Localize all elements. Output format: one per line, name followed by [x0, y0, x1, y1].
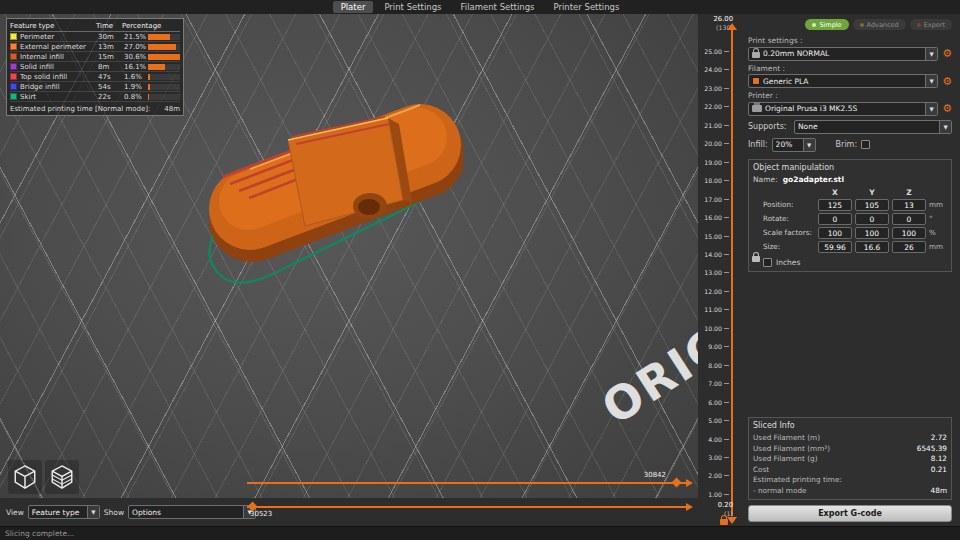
om-value-field[interactable]: 59.96 — [818, 241, 852, 253]
feature-percent-bar — [148, 94, 180, 100]
filament-label: Filament : — [748, 64, 952, 73]
lock-icon — [752, 52, 760, 58]
printer-select[interactable]: Original Prusa i3 MK2.5S ▼ — [748, 102, 938, 116]
layer-tick: 23.00 — [698, 85, 729, 92]
layer-tick: 19.00 — [698, 159, 729, 166]
show-select[interactable]: Options ▼ — [128, 505, 256, 519]
preview-cube-icon[interactable] — [45, 460, 79, 494]
om-value-field[interactable]: 100 — [855, 227, 889, 239]
om-value-field[interactable]: 100 — [892, 227, 926, 239]
layer-tick: 15.00 — [698, 233, 729, 240]
object-manipulation-panel: Object manipulation Name: go2adapter.stl… — [748, 159, 952, 272]
estimated-time-label: Estimated printing time [Normal mode]: — [10, 105, 150, 113]
viewport-3d[interactable]: ORIG — [0, 14, 698, 498]
gear-icon[interactable]: ⚙ — [942, 103, 952, 114]
infill-select[interactable]: 20% ▼ — [772, 138, 816, 152]
mode-dot-icon — [860, 23, 864, 27]
prusaslicer-window: PlaterPrint SettingsFilament SettingsPri… — [0, 0, 960, 540]
sliced-info-value: 6545.39 — [917, 444, 947, 455]
om-value-field[interactable]: 0 — [818, 213, 852, 225]
gcode-move-slider-lower[interactable]: 30523 — [247, 499, 693, 515]
layer-slider-track[interactable] — [731, 30, 733, 516]
sliced-info-row: Estimated printing time: — [753, 475, 947, 486]
om-value-field[interactable]: 125 — [818, 199, 852, 211]
inches-row: Inches — [763, 258, 947, 267]
chevron-down-icon[interactable]: ▼ — [87, 506, 99, 518]
gear-icon[interactable]: ⚙ — [942, 48, 952, 59]
tick-label: 19.00 — [704, 159, 722, 166]
supports-select[interactable]: None ▼ — [794, 120, 952, 134]
tab-plater[interactable]: Plater — [333, 1, 374, 13]
mode-label: Simple — [819, 21, 841, 29]
mode-label: Expert — [924, 21, 945, 29]
om-value-field[interactable]: 105 — [855, 199, 889, 211]
tabs: PlaterPrint SettingsFilament SettingsPri… — [333, 1, 628, 13]
tick-mark — [724, 383, 729, 384]
layer-tick: 10.00 — [698, 325, 729, 332]
print-settings-value: 0.20mm NORMAL — [763, 49, 922, 58]
chevron-down-icon[interactable]: ▼ — [925, 48, 937, 60]
chevron-down-icon[interactable]: ▼ — [939, 121, 951, 133]
gcode-move-slider-upper[interactable]: 30842 — [247, 475, 693, 491]
tick-label: 6.00 — [708, 399, 722, 406]
tick-label: 25.00 — [704, 48, 722, 55]
inches-checkbox[interactable] — [763, 258, 772, 267]
chevron-down-icon[interactable]: ▼ — [925, 75, 937, 87]
om-value-field[interactable]: 0 — [892, 213, 926, 225]
tick-mark — [724, 309, 729, 310]
tab-printer-settings[interactable]: Printer Settings — [546, 1, 628, 13]
supports-value: None — [798, 122, 936, 131]
export-gcode-button[interactable]: Export G-code — [748, 505, 952, 522]
om-value-field[interactable]: 100 — [818, 227, 852, 239]
tick-label: 7.00 — [708, 380, 722, 387]
tick-label: 20.00 — [704, 140, 722, 147]
inches-label: Inches — [776, 258, 800, 267]
slider-arrow-icon — [686, 503, 693, 511]
3d-view-cube-icon[interactable] — [8, 460, 42, 494]
sliced-info-panel: Sliced Info Used Filament (m)2.72Used Fi… — [748, 417, 952, 500]
chevron-down-icon[interactable]: ▼ — [925, 103, 937, 115]
om-value-field[interactable]: 16.6 — [855, 241, 889, 253]
slider-track[interactable] — [247, 506, 686, 508]
om-value-field[interactable]: 0 — [855, 213, 889, 225]
uniform-scale-lock-icon[interactable] — [752, 256, 760, 262]
layer-slider-lower-handle[interactable] — [727, 517, 737, 524]
mode-advanced-button[interactable]: Advanced — [853, 19, 906, 30]
sliced-info-label: Cost — [753, 465, 769, 476]
tick-label: 10.00 — [704, 325, 722, 332]
move-slider-upper-value: 30842 — [644, 471, 666, 479]
view-select[interactable]: Feature type ▼ — [28, 505, 100, 519]
layer-slider-upper-handle[interactable] — [727, 23, 737, 30]
feature-percent-bar-fill — [148, 74, 150, 80]
sliced-info-value: 8.12 — [931, 454, 947, 465]
legend-footer: Estimated printing time [Normal mode]: 4… — [10, 102, 180, 113]
axis-header-y: Y — [855, 188, 889, 197]
tab-filament-settings[interactable]: Filament Settings — [453, 1, 543, 13]
slider-handle[interactable] — [672, 478, 682, 488]
layer-tick: 11.00 — [698, 306, 729, 313]
tab-print-settings[interactable]: Print Settings — [376, 1, 449, 13]
tick-mark — [724, 420, 729, 421]
slider-lock-icon[interactable] — [720, 519, 728, 525]
mode-expert-button[interactable]: Expert — [910, 19, 952, 30]
mode-simple-button[interactable]: Simple — [805, 19, 848, 30]
feature-percent: 21.5% — [124, 33, 148, 41]
feature-time: 15m — [98, 53, 124, 61]
slider-track[interactable] — [247, 482, 686, 484]
chevron-down-icon[interactable]: ▼ — [803, 139, 815, 151]
brim-checkbox[interactable] — [861, 140, 870, 149]
feature-time: 30m — [98, 33, 124, 41]
om-value-field[interactable]: 26 — [892, 241, 926, 253]
feature-percent: 0.8% — [124, 93, 148, 101]
print-settings-select[interactable]: 0.20mm NORMAL ▼ — [748, 47, 938, 61]
status-bar: Slicing complete... — [0, 526, 960, 540]
tick-label: 14.00 — [704, 251, 722, 258]
filament-select[interactable]: Generic PLA ▼ — [748, 74, 938, 88]
tick-label: 8.00 — [708, 362, 722, 369]
om-value-field[interactable]: 13 — [892, 199, 926, 211]
om-unit-label: mm — [929, 242, 949, 251]
brim-label: Brim: — [836, 140, 858, 149]
layer-slider[interactable]: 26.00 (130) 25.0024.0023.0022.0021.0020.… — [698, 14, 742, 526]
gear-icon[interactable]: ⚙ — [942, 76, 952, 87]
feature-color-chip — [10, 83, 17, 90]
